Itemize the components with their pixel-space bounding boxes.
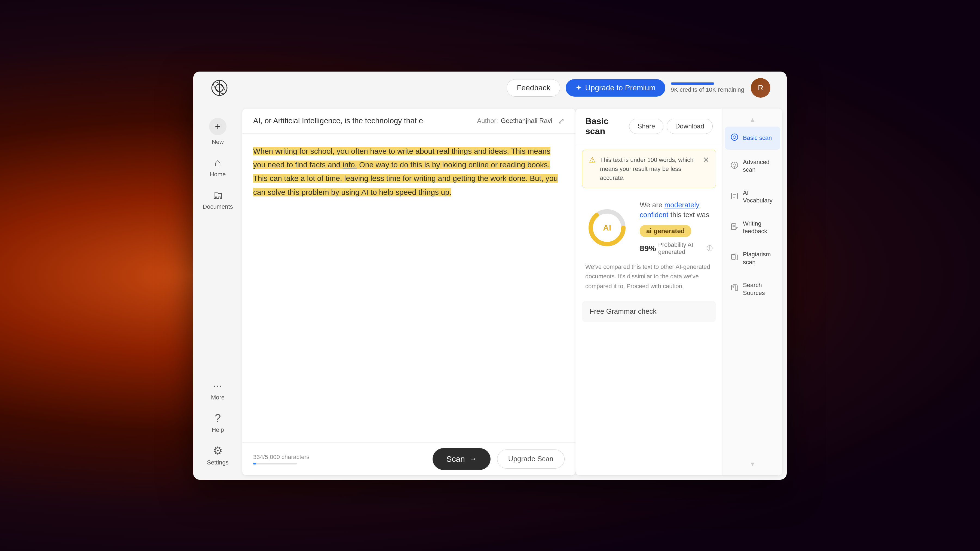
sidebar-more-label: More [211,394,224,401]
sidebar-item-more[interactable]: ··· More [193,374,242,407]
search-sources-label: Search Sources [743,281,775,297]
upgrade-premium-button[interactable]: ✦ Upgrade to Premium [566,79,665,97]
svg-rect-23 [732,285,735,290]
basic-scan-label: Basic scan [743,134,772,142]
settings-icon: ⚙ [213,445,223,457]
ai-verdict-area: We are moderately confident this text wa… [640,200,713,256]
scroll-up-button[interactable]: ▲ [723,114,783,125]
sidebar-settings-label: Settings [207,459,229,466]
sidebar-documents-label: Documents [202,203,233,210]
char-progress-fill [253,463,256,464]
basic-scan-icon [730,133,738,143]
credits-info: 9K credits of 10K remaining [671,83,744,93]
verdict-badge: ai generated [640,225,691,237]
share-button[interactable]: Share [629,119,663,134]
credits-text: 9K credits of 10K remaining [671,86,744,93]
grammar-check-section[interactable]: Free Grammar check [582,301,716,322]
sidebar-item-new[interactable]: + New [193,113,242,151]
editor-footer: 334/5,000 characters Scan → Upgrade Scan [242,442,576,475]
author-info: Author: Geethanjhali Ravi [477,117,552,125]
warning-banner: ⚠ This text is under 100 words, which me… [582,150,716,188]
credits-bar-fill [671,83,714,85]
credits-bar [671,83,714,85]
help-icon: ? [215,412,221,424]
comparison-text: We've compared this text to other AI-gen… [576,262,722,297]
char-count: 334/5,000 characters [253,454,310,460]
sidebar-item-home[interactable]: ⌂ Home [193,151,242,183]
doc-title: AI, or Artificial Intelligence, is the t… [253,116,423,125]
writing-feedback-label: Writing feedback [743,220,775,235]
more-icon: ··· [213,380,222,392]
sidebar-help-label: Help [212,426,224,433]
warning-text: This text is under 100 words, which mean… [600,156,698,182]
probability-line: 89% Probability AI generated ⓘ [640,241,713,256]
sidebar-menu-basic-scan[interactable]: Basic scan [725,127,780,150]
app-logo [210,78,229,98]
results-header: Basic scan Share Download [576,109,722,144]
expand-icon[interactable]: ⤢ [558,116,565,126]
documents-icon: 🗂 [212,189,223,201]
results-sidebar: ▲ Basic scan [722,109,783,475]
scan-button[interactable]: Scan → [433,448,490,470]
sidebar-new-label: New [212,138,224,146]
sidebar: + New ⌂ Home 🗂 Documents ··· More ? Help [193,104,242,480]
upgrade-scan-button[interactable]: Upgrade Scan [497,449,565,468]
sidebar-menu-advanced-scan[interactable]: Advanced scan [725,152,780,180]
home-icon: ⌂ [215,156,221,169]
advanced-scan-icon [730,161,738,171]
main-area: + New ⌂ Home 🗂 Documents ··· More ? Help [193,104,787,480]
results-panel: Basic scan Share Download ⚠ This text is… [576,109,783,475]
svg-point-10 [733,164,736,167]
sidebar-home-label: Home [210,171,226,178]
grammar-check-label: Free Grammar check [590,307,657,316]
feedback-button[interactable]: Feedback [507,79,560,97]
sidebar-menu-search-sources[interactable]: Search Sources [725,275,780,303]
svg-rect-24 [732,286,733,288]
ai-vocabulary-label: AI Vocabulary [743,189,775,205]
donut-chart: AI [585,206,629,249]
plagiarism-scan-icon [730,253,738,264]
writing-feedback-icon [730,222,738,233]
search-sources-icon [730,284,738,294]
svg-point-7 [731,134,738,140]
confidence-link: moderately confident [640,201,699,219]
confidence-line: We are moderately confident this text wa… [640,200,713,220]
ai-result-section: AI We are moderately confident this text… [576,194,722,262]
results-title: Basic scan [585,116,629,136]
sidebar-menu-plagiarism-scan[interactable]: Plagiarism scan [725,244,780,273]
sidebar-item-documents[interactable]: 🗂 Documents [193,183,242,216]
avatar[interactable]: R [751,78,770,98]
sidebar-menu-ai-vocabulary[interactable]: AI Vocabulary [725,183,780,211]
probability-percent: 89% [640,244,656,253]
ai-vocabulary-icon [730,192,738,202]
editor-content[interactable]: When writing for school, you often have … [242,133,576,442]
app-window: Feedback ✦ Upgrade to Premium 9K credits… [193,71,787,480]
close-banner-button[interactable]: ✕ [703,156,709,164]
sidebar-item-settings[interactable]: ⚙ Settings [193,439,242,472]
svg-rect-20 [732,254,735,259]
info-link: info. [342,160,357,169]
top-bar: Feedback ✦ Upgrade to Premium 9K credits… [193,71,787,104]
advanced-scan-label: Advanced scan [743,158,775,174]
svg-point-8 [733,136,736,138]
editor-header: AI, or Artificial Intelligence, is the t… [242,109,576,133]
char-progress-area: 334/5,000 characters [253,454,310,464]
sidebar-menu-writing-feedback[interactable]: Writing feedback [725,213,780,242]
char-progress-bar [253,463,297,464]
scan-arrow-icon: → [469,455,477,464]
sidebar-item-help[interactable]: ? Help [193,407,242,439]
star-icon: ✦ [576,83,582,92]
probability-label: Probability AI generated [658,241,705,256]
scroll-down-button[interactable]: ▼ [723,459,783,470]
donut-label: AI [603,223,611,232]
new-icon: + [209,118,226,135]
editor-panel: AI, or Artificial Intelligence, is the t… [242,109,576,475]
results-main: Basic scan Share Download ⚠ This text is… [576,109,722,475]
probability-info-icon[interactable]: ⓘ [707,245,713,252]
plagiarism-scan-label: Plagiarism scan [743,251,775,266]
author-name: Geethanjhali Ravi [501,117,552,125]
warning-icon: ⚠ [589,156,596,164]
download-button[interactable]: Download [667,119,713,134]
highlighted-text: When writing for school, you often have … [253,147,558,197]
